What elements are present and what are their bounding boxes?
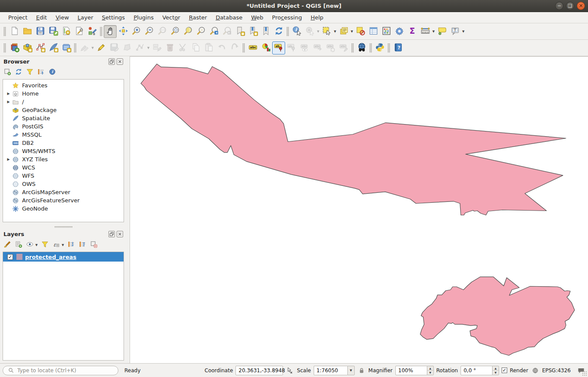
open-project-button[interactable] bbox=[21, 25, 34, 38]
toolbar-drag-handle[interactable] bbox=[3, 43, 6, 53]
new-project-button[interactable] bbox=[8, 25, 21, 38]
menu-settings[interactable]: Settings bbox=[98, 13, 129, 22]
identify-features-button[interactable]: i bbox=[290, 25, 303, 38]
paste-features-button[interactable] bbox=[202, 42, 215, 54]
text-annotation-button[interactable]: T bbox=[448, 25, 461, 38]
select-by-value-dropdown-icon[interactable]: ▼ bbox=[350, 30, 354, 33]
menu-view[interactable]: View bbox=[52, 13, 73, 22]
field-calculator-button[interactable] bbox=[380, 25, 393, 38]
modify-attributes-button[interactable] bbox=[150, 42, 163, 54]
menu-plugins[interactable]: Plugins bbox=[130, 13, 158, 22]
crs-status[interactable]: EPSG:4326 bbox=[542, 367, 571, 374]
browser-item--[interactable]: ▶/ bbox=[3, 98, 124, 106]
move-label-button[interactable]: abc bbox=[311, 42, 324, 54]
map-tips-button[interactable] bbox=[435, 25, 448, 38]
measure-line-button[interactable] bbox=[419, 25, 432, 38]
menu-layer[interactable]: Layer bbox=[74, 13, 97, 22]
save-project-as-button[interactable] bbox=[47, 25, 60, 38]
layers-float-button[interactable] bbox=[108, 231, 115, 237]
zoom-next-button[interactable] bbox=[220, 25, 233, 38]
save-layer-edits-button[interactable] bbox=[108, 42, 121, 54]
bookmark-manager-button[interactable] bbox=[259, 25, 272, 38]
zoom-native-button[interactable]: 1:1 bbox=[156, 25, 168, 38]
rotate-label-button[interactable]: abc bbox=[324, 42, 337, 54]
layer-item-protected-areas[interactable]: ✓ protected_areas bbox=[3, 252, 124, 262]
menu-help[interactable]: Help bbox=[307, 13, 327, 22]
redo-button[interactable] bbox=[228, 42, 241, 54]
processing-toolbox-button[interactable] bbox=[393, 25, 406, 38]
expander-icon[interactable]: ▶ bbox=[5, 92, 12, 96]
zoom-to-selection-button[interactable] bbox=[181, 25, 194, 38]
data-source-manager-button[interactable] bbox=[8, 42, 21, 54]
browser-item-postgis[interactable]: PostGIS bbox=[3, 122, 124, 131]
locator-input[interactable] bbox=[17, 367, 114, 374]
add-polygon-feature-button[interactable] bbox=[121, 42, 133, 54]
lock-scale-icon[interactable] bbox=[357, 366, 366, 375]
collapse-all-browser-button[interactable] bbox=[36, 68, 46, 77]
layers-close-button[interactable] bbox=[117, 231, 123, 237]
browser-item-geonode[interactable]: GeoNode bbox=[3, 204, 124, 213]
select-features-button[interactable] bbox=[320, 25, 333, 38]
current-edits-dropdown-icon[interactable]: ▼ bbox=[91, 46, 95, 50]
new-spatial-bookmark-button[interactable] bbox=[233, 25, 246, 38]
zoom-to-layer-button[interactable] bbox=[194, 25, 207, 38]
zoom-full-button[interactable] bbox=[168, 25, 181, 38]
coordinate-value[interactable]: 20.3631,-33.8948 bbox=[235, 366, 283, 375]
zoom-in-button[interactable] bbox=[130, 25, 143, 38]
delete-selected-button[interactable] bbox=[163, 42, 176, 54]
save-project-button[interactable] bbox=[34, 25, 47, 38]
browser-properties-button[interactable]: i bbox=[48, 68, 57, 77]
menu-project[interactable]: Project bbox=[4, 13, 32, 22]
browser-item-arcgisfeatureserver[interactable]: ArcGisFeatureServer bbox=[3, 196, 124, 204]
zoom-last-button[interactable] bbox=[207, 25, 220, 38]
browser-item-wfs[interactable]: WFS bbox=[3, 172, 124, 180]
open-layer-styling-button[interactable] bbox=[3, 240, 12, 250]
crs-globe-icon[interactable] bbox=[531, 366, 540, 375]
browser-item-home[interactable]: ▶Home bbox=[3, 89, 124, 98]
expander-icon[interactable]: ▶ bbox=[5, 100, 12, 104]
menu-vector[interactable]: Vector bbox=[159, 13, 184, 22]
browser-item-ows[interactable]: OWS bbox=[3, 180, 124, 188]
browser-close-button[interactable] bbox=[117, 58, 123, 65]
rotation-up-icon[interactable]: ▲ bbox=[493, 366, 499, 371]
select-by-value-button[interactable] bbox=[337, 25, 350, 38]
deselect-all-button[interactable] bbox=[354, 25, 367, 38]
browser-item-geopackage[interactable]: GeoPackage bbox=[3, 106, 124, 114]
layer-visibility-checkbox[interactable]: ✓ bbox=[7, 254, 13, 260]
browser-item-arcgismapserver[interactable]: ArcGisMapServer bbox=[3, 188, 124, 196]
add-selected-layers-button[interactable] bbox=[3, 68, 12, 77]
style-manager-button[interactable]: a bbox=[86, 25, 99, 38]
copy-features-button[interactable] bbox=[189, 42, 202, 54]
show-spatial-bookmarks-button[interactable] bbox=[246, 25, 259, 38]
new-virtual-layer-button[interactable] bbox=[60, 42, 73, 54]
toolbar-drag-handle[interactable] bbox=[3, 27, 6, 36]
browser-item-wms-wmts[interactable]: WMS/WMTS bbox=[3, 147, 124, 155]
filter-legend-button[interactable] bbox=[40, 240, 50, 250]
zoom-out-button[interactable] bbox=[143, 25, 156, 38]
open-attribute-table-button[interactable] bbox=[367, 25, 380, 38]
browser-item-favorites[interactable]: Favorites bbox=[3, 81, 124, 89]
rotation-spinbox[interactable]: 0,0 ° ▲▼ bbox=[461, 366, 499, 375]
browser-item-spatialite[interactable]: SpatiaLite bbox=[3, 114, 124, 122]
scale-combo[interactable]: 1:76050 ▼ bbox=[314, 366, 355, 375]
expand-all-button[interactable] bbox=[67, 240, 76, 250]
show-hide-labels-button[interactable]: abc bbox=[298, 42, 311, 54]
new-spatialite-layer-button[interactable] bbox=[47, 42, 60, 54]
measure-line-dropdown-icon[interactable]: ▼ bbox=[432, 30, 435, 33]
filter-expression-dropdown-icon[interactable]: ▼ bbox=[61, 243, 65, 247]
manage-visibility-button[interactable] bbox=[25, 240, 35, 250]
menu-processing[interactable]: Processing bbox=[268, 13, 306, 22]
magnifier-value[interactable]: 100% bbox=[395, 366, 427, 375]
maximize-button[interactable]: ❑ bbox=[566, 2, 574, 10]
refresh-map-button[interactable] bbox=[272, 25, 285, 38]
browser-item-db2[interactable]: DB2DB2 bbox=[3, 139, 124, 147]
rotation-down-icon[interactable]: ▼ bbox=[493, 371, 499, 375]
expander-icon[interactable]: ▶ bbox=[5, 157, 12, 161]
resize-grip[interactable] bbox=[582, 371, 587, 376]
pan-map-button[interactable] bbox=[104, 25, 117, 38]
new-print-layout-button[interactable] bbox=[60, 25, 73, 38]
toggle-extents-icon[interactable] bbox=[286, 366, 294, 375]
scale-value[interactable]: 1:76050 bbox=[314, 366, 347, 375]
collapse-all-button[interactable] bbox=[78, 240, 87, 250]
dock-canvas-splitter[interactable] bbox=[127, 56, 130, 363]
